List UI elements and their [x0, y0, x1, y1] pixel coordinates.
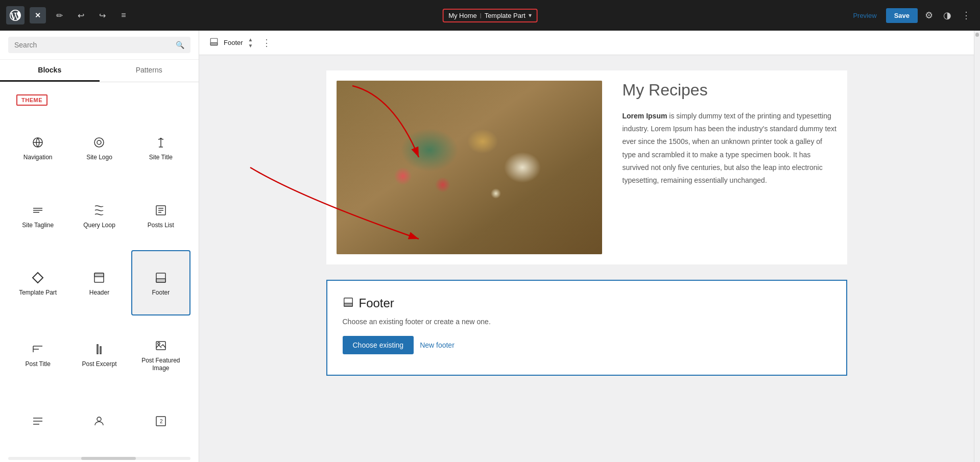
svg-marker-10	[33, 273, 43, 283]
recipe-text: My Recipes Lorem Ipsum is simply dummy t…	[623, 81, 837, 254]
main-layout: 🔍 Blocks Patterns THEME	[0, 31, 980, 462]
svg-point-1	[94, 138, 104, 147]
block-item-more-1[interactable]	[8, 393, 67, 451]
content-area: Footer ▲ ▼ ⋮	[199, 31, 974, 462]
block-item-more-3[interactable]: 2	[131, 393, 190, 451]
arrow-up-icon: ▲	[248, 37, 253, 42]
recipe-body: Lorem Ipsum is simply dummy text of the …	[623, 110, 837, 187]
more-options-button[interactable]: ⋮	[959, 8, 974, 23]
topbar-right: Preview Save ⚙ ◑ ⋮	[848, 8, 974, 23]
block-label-header: Header	[89, 289, 109, 297]
more-3-icon: 2	[154, 414, 168, 428]
contrast-button[interactable]: ◑	[940, 8, 954, 23]
save-button[interactable]: Save	[886, 8, 918, 23]
blocks-grid: Navigation Site Logo Si	[0, 111, 199, 455]
undo-button[interactable]: ↩	[73, 7, 89, 23]
recipe-title: My Recipes	[623, 81, 837, 100]
preview-button[interactable]: Preview	[848, 9, 881, 22]
close-button[interactable]: ✕	[30, 7, 46, 23]
footer-actions: Choose existing New footer	[343, 336, 831, 354]
wp-logo-button[interactable]	[6, 6, 25, 25]
block-toolbar-name: Footer	[224, 39, 243, 46]
sidebar-tabs: Blocks Patterns	[0, 60, 199, 82]
site-tagline-icon	[31, 203, 45, 217]
food-image-placeholder	[337, 81, 602, 254]
search-input-wrap[interactable]: 🔍	[8, 37, 190, 53]
block-item-post-featured-image[interactable]: Post Featured Image	[131, 318, 190, 391]
query-loop-icon	[92, 203, 106, 217]
svg-point-19	[158, 343, 160, 345]
block-item-query-loop[interactable]: Query Loop	[69, 182, 129, 248]
post-title-icon	[31, 342, 45, 356]
recipe-card: My Recipes Lorem Ipsum is simply dummy t…	[326, 70, 847, 264]
contrast-icon: ◑	[943, 10, 951, 20]
block-label-query-loop: Query Loop	[83, 222, 115, 230]
block-item-more-2[interactable]	[69, 393, 129, 451]
breadcrumb-current: Template Part	[485, 12, 525, 19]
svg-rect-12	[94, 273, 104, 277]
page-content: My Recipes Lorem Ipsum is simply dummy t…	[306, 55, 868, 462]
breadcrumb-separator: |	[480, 12, 482, 18]
arrows-button[interactable]: ▲ ▼	[248, 37, 253, 48]
undo-icon: ↩	[78, 11, 84, 20]
block-label-post-title: Post Title	[25, 360, 50, 369]
svg-rect-27	[210, 42, 218, 45]
right-scrollbar[interactable]	[974, 31, 980, 462]
block-label-navigation: Navigation	[23, 154, 53, 162]
recipe-body-bold: Lorem Ipsum	[623, 112, 667, 120]
svg-rect-14	[156, 279, 165, 282]
breadcrumb-pill[interactable]: My Home | Template Part ▾	[442, 9, 538, 22]
block-toolbar: Footer ▲ ▼ ⋮	[199, 31, 974, 55]
tab-patterns[interactable]: Patterns	[100, 60, 199, 82]
block-item-site-logo[interactable]: Site Logo	[69, 115, 129, 180]
block-label-site-logo: Site Logo	[86, 154, 112, 162]
block-item-post-title[interactable]: Post Title	[8, 318, 67, 391]
post-featured-image-icon	[154, 338, 168, 353]
pencil-icon: ✏	[56, 11, 63, 20]
close-icon: ✕	[35, 11, 41, 19]
block-toolbar-footer-icon	[209, 37, 219, 48]
posts-list-icon	[154, 203, 168, 217]
svg-point-2	[97, 140, 101, 144]
footer-block-description: Choose an existing footer or create a ne…	[343, 318, 831, 326]
block-label-site-title: Site Title	[149, 154, 173, 162]
block-item-template-part[interactable]: Template Part	[8, 250, 67, 315]
block-item-site-title[interactable]: Site Title	[131, 115, 190, 180]
search-icon: 🔍	[176, 41, 184, 49]
ellipsis-icon: ⋮	[962, 10, 971, 20]
breadcrumb-home: My Home	[448, 12, 477, 19]
choose-existing-button[interactable]: Choose existing	[343, 336, 414, 354]
block-label-site-tagline: Site Tagline	[22, 222, 54, 230]
svg-text:2: 2	[160, 419, 163, 424]
settings-button[interactable]: ⚙	[922, 8, 936, 23]
menu-icon: ≡	[121, 11, 126, 20]
block-item-posts-list[interactable]: Posts List	[131, 182, 190, 248]
arrow-down-icon: ▼	[248, 43, 253, 48]
pencil-button[interactable]: ✏	[51, 7, 67, 23]
block-item-site-tagline[interactable]: Site Tagline	[8, 182, 67, 248]
block-label-footer: Footer	[152, 289, 170, 297]
navigation-icon	[31, 135, 45, 150]
footer-icon	[154, 271, 168, 285]
block-label-post-excerpt: Post Excerpt	[82, 360, 116, 369]
svg-point-23	[97, 417, 101, 421]
block-item-footer[interactable]: Footer	[131, 250, 190, 315]
more-1-icon	[31, 414, 45, 428]
footer-block-header: Footer	[343, 296, 831, 310]
search-input[interactable]	[14, 41, 172, 49]
block-item-navigation[interactable]: Navigation	[8, 115, 67, 180]
block-options-button[interactable]: ⋮	[262, 37, 271, 48]
search-container: 🔍	[0, 31, 199, 60]
new-footer-link[interactable]: New footer	[420, 341, 455, 349]
block-item-post-excerpt[interactable]: Post Excerpt	[69, 318, 129, 391]
block-label-post-featured-image: Post Featured Image	[136, 357, 185, 373]
svg-rect-31	[344, 303, 352, 306]
topbar: ✕ ✏ ↩ ↪ ≡ My Home | Template Part ▾ Prev…	[0, 0, 980, 31]
tab-blocks[interactable]: Blocks	[0, 60, 100, 82]
footer-block-panel: Footer Choose an existing footer or crea…	[326, 280, 847, 376]
redo-button[interactable]: ↪	[94, 7, 110, 23]
block-item-header[interactable]: Header	[69, 250, 129, 315]
site-title-icon	[154, 135, 168, 150]
menu-button[interactable]: ≡	[115, 7, 132, 23]
site-logo-icon	[92, 135, 106, 150]
